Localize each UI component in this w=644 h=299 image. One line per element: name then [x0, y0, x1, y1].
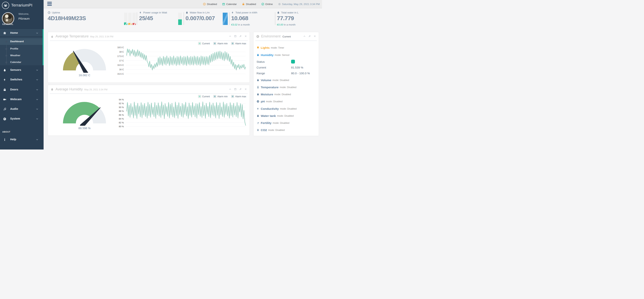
close-icon[interactable] [244, 88, 247, 90]
drop-icon [256, 93, 260, 96]
submenu-dot [6, 55, 7, 57]
calendar-icon[interactable] [234, 88, 236, 90]
env-item-name: Conductivity [261, 107, 279, 110]
sidebar-item-webcam[interactable]: Webcam [0, 96, 43, 103]
water-cost: €0.00 [277, 23, 283, 26]
panel-average-temperature: Average TemperatureMay 29, 2021 3:34 PM … [48, 32, 250, 83]
bolt-icon [3, 78, 6, 81]
total-water-value: 77.779 [277, 15, 298, 21]
env-item-fertility[interactable]: Fertilitymode: Disabled [256, 121, 316, 126]
divider [184, 12, 184, 25]
power-price-deco [223, 13, 228, 25]
sidebar-item-audio[interactable]: Audio [0, 105, 43, 113]
sidebar-item-label: Switches [10, 78, 22, 81]
bolt-icon [231, 11, 234, 14]
status-badge [291, 60, 295, 63]
home-submenu: Dashboard Profile Weather Calendar [0, 36, 43, 65]
lock-status[interactable]: Disabled [242, 3, 256, 5]
env-kv-key: Status [256, 60, 265, 63]
drop-icon [3, 68, 6, 72]
temperature-chart: 18.5 C18 C17.5 C17 C16.5 C16 C15.5 C [111, 45, 247, 78]
env-item-humidity[interactable]: Humiditymode: Sensor [256, 53, 316, 58]
collapse-icon[interactable] [229, 35, 231, 37]
uptime-value: 4D18H49M23S [48, 15, 86, 21]
close-icon[interactable] [314, 35, 316, 37]
water-flow-bar [178, 13, 182, 25]
sidebar-item-dashboard[interactable]: Dashboard [0, 38, 43, 45]
chevron-down-icon [36, 138, 38, 141]
sidebar-item-weather[interactable]: Weather [0, 52, 43, 59]
close-icon[interactable] [244, 35, 247, 37]
sidebar-item-system[interactable]: System [0, 115, 43, 122]
env-item-volume[interactable]: Volumemode: Disabled [256, 78, 316, 83]
env-item-temperature[interactable]: Temperaturemode: Disabled [256, 85, 316, 90]
tree-icon [256, 129, 260, 131]
legend-item[interactable]: Alarm min [213, 95, 228, 98]
online-status[interactable]: Online [261, 3, 273, 5]
drop-icon [256, 79, 260, 82]
datetime-label: Saturday, May 29, 2021 3:34 PM [282, 3, 320, 5]
env-item-watertank[interactable]: Water tankmode: Disabled [256, 114, 316, 119]
calendar-icon[interactable] [234, 35, 236, 37]
y-tick-label: 18 C [119, 51, 124, 53]
env-item-name: Humidity [261, 53, 274, 57]
sidebar-item-profile[interactable]: Profile [0, 45, 43, 52]
legend-swatch [213, 42, 216, 45]
house-icon [3, 31, 6, 35]
env-range-row: Range 80.0 - 100.0 % [256, 72, 316, 76]
calendar-link[interactable]: Calendar [222, 3, 237, 5]
collapse-icon[interactable] [229, 88, 231, 90]
submenu-label: Dashboard [10, 40, 24, 43]
brand[interactable]: TerrariumPI [0, 0, 44, 11]
env-item-ph[interactable]: pHmode: Disabled [256, 100, 316, 104]
wrench-icon[interactable] [308, 35, 311, 37]
panel-title: Average Temperature [56, 34, 88, 38]
menu-toggle-button[interactable] [47, 2, 52, 6]
drop-icon [50, 88, 54, 91]
env-kv-value: 80.0 - 100.0 % [291, 72, 310, 75]
y-tick-label: 88 % [119, 110, 124, 112]
app-title: TerrariumPI [11, 3, 32, 7]
sidebar-item-switches[interactable]: Switches [0, 76, 43, 83]
sidebar-item-calendar[interactable]: Calendar [0, 59, 43, 66]
env-item-mode: mode: Disabled [272, 79, 289, 82]
section-about: ABOUT [2, 131, 10, 133]
calendar-label: Calendar [226, 3, 237, 5]
lock-icon [242, 3, 245, 5]
chevron-down-icon [36, 108, 38, 110]
env-item-mode: mode: Disabled [274, 93, 291, 96]
sidebar-item-help[interactable]: Help [0, 136, 43, 143]
collapse-icon[interactable] [303, 35, 306, 37]
panel-title: Environment [261, 34, 280, 38]
play-circle-icon [203, 3, 206, 5]
sidebar-item-doors[interactable]: Doors [0, 86, 43, 93]
sidebar-item-label: Audio [10, 107, 18, 110]
username: Pilzraum [18, 17, 30, 20]
sun-icon [278, 3, 281, 5]
water-flow-value: 0.007/0.007 [186, 15, 215, 21]
sidebar-item-sensors[interactable]: Sensors [0, 66, 43, 74]
legend-label: Alarm min [217, 95, 228, 98]
env-item-co2[interactable]: CO2mode: Disabled [256, 128, 316, 133]
load-bar [124, 13, 127, 25]
env-item-name: Volume [261, 78, 271, 82]
sidebar-item-home[interactable]: Home [0, 29, 43, 36]
y-tick-label: 84 % [119, 118, 124, 120]
wrench-icon[interactable] [239, 35, 242, 37]
section-general: GENERAL [2, 23, 14, 25]
legend-item[interactable]: Alarm max [231, 95, 246, 98]
legend-item[interactable]: Alarm min [213, 42, 228, 45]
env-item-moisture[interactable]: Moisturemode: Disabled [256, 92, 316, 97]
legend-item[interactable]: Current [198, 95, 210, 98]
paw-logo-icon [2, 2, 9, 9]
player-status[interactable]: Disabled [203, 3, 217, 5]
divider [275, 12, 275, 25]
legend-item[interactable]: Alarm max [231, 42, 246, 45]
wrench-icon[interactable] [239, 88, 242, 90]
env-item-conductivity[interactable]: Conductivitymode: Disabled [256, 107, 316, 111]
legend-item[interactable]: Current [198, 42, 210, 45]
env-item-lights[interactable]: Lightsmode: Timer [256, 46, 316, 50]
legend-label: Alarm max [235, 42, 246, 45]
header-separator [50, 93, 248, 94]
gear-icon [3, 117, 6, 120]
